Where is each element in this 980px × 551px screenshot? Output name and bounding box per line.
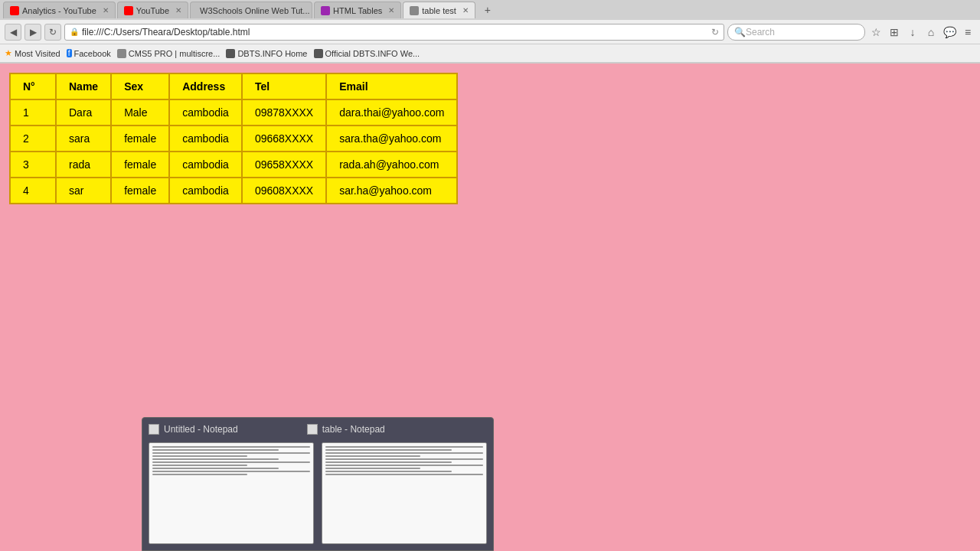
preview-content-untitled — [149, 443, 313, 543]
new-tab-button[interactable]: + — [480, 2, 495, 18]
download-manager-icon[interactable]: ⊞ — [887, 24, 902, 40]
preview-line — [325, 449, 452, 451]
tab-favicon — [321, 6, 330, 15]
bookmark-star-icon[interactable]: ☆ — [868, 24, 884, 40]
preview-thumb-table[interactable] — [322, 442, 487, 544]
preview-line — [325, 455, 420, 457]
notepad-icon-table — [307, 424, 318, 435]
tab-html-tables[interactable]: HTML Tables ✕ — [314, 2, 401, 18]
tab-favicon — [410, 6, 419, 15]
preview-line — [152, 471, 310, 472]
cell-sex: female — [111, 126, 169, 152]
back-button[interactable]: ◀ — [5, 24, 21, 41]
table-header-row: N° Name Sex Address Tel Email — [10, 73, 457, 99]
preview-line — [152, 465, 247, 466]
home-icon[interactable]: ⌂ — [923, 24, 939, 40]
cell-sex: Male — [111, 99, 169, 126]
bookmark-dbts-home[interactable]: DBTS.INFO Home — [226, 49, 307, 58]
page-content: N° Name Sex Address Tel Email 1DaraMalec… — [0, 64, 980, 370]
cell-no: 4 — [10, 178, 56, 204]
cell-email: sar.ha@yahoo.com — [326, 178, 457, 204]
tab-label: YouTube — [136, 6, 169, 15]
bookmark-dbts-official[interactable]: Official DBTS.INFO We... — [314, 49, 420, 58]
search-icon: 🔍 — [734, 27, 746, 37]
preview-line — [152, 458, 279, 460]
bookmark-cms5pro[interactable]: CMS5 PRO | multiscre... — [117, 49, 220, 58]
bookmark-label: Most Visited — [15, 49, 60, 58]
forward-button[interactable]: ▶ — [24, 24, 41, 41]
taskbar-preview-header: Untitled - Notepad table - Notepad — [149, 424, 487, 438]
cell-no: 2 — [10, 126, 56, 152]
address-bar[interactable]: 🔒 file:///C:/Users/Theara/Desktop/table.… — [64, 24, 724, 41]
cell-no: 3 — [10, 152, 56, 178]
preview-content-table — [322, 443, 486, 543]
preview-line — [152, 446, 310, 448]
taskbar-label-table: table - Notepad — [322, 424, 385, 435]
cell-name: Dara — [56, 99, 111, 126]
cell-tel: 09878XXXX — [242, 99, 326, 126]
preview-line — [325, 474, 483, 475]
bookmarks-bar: ★ Most Visited f Facebook CMS5 PRO | mul… — [0, 44, 980, 63]
tab-label: Analytics - YouTube — [22, 6, 96, 15]
bookmark-label: DBTS.INFO Home — [237, 49, 307, 58]
preview-thumbnails — [149, 442, 487, 544]
tab-favicon — [10, 6, 19, 15]
search-bar[interactable]: 🔍 Search — [727, 24, 865, 41]
menu-icon[interactable]: ≡ — [960, 24, 975, 40]
tab-close-icon[interactable]: ✕ — [462, 6, 469, 15]
bookmark-favicon — [117, 49, 126, 58]
preview-line — [152, 455, 247, 457]
preview-thumb-untitled[interactable] — [149, 442, 314, 544]
cell-address: cambodia — [169, 152, 242, 178]
preview-line — [325, 446, 483, 448]
tab-youtube[interactable]: YouTube ✕ — [117, 2, 188, 18]
tab-table-test[interactable]: table test ✕ — [403, 2, 475, 18]
secure-icon: 🔒 — [70, 28, 79, 36]
cell-email: sara.tha@yahoo.com — [326, 126, 457, 152]
address-text: file:///C:/Users/Theara/Desktop/table.ht… — [82, 27, 250, 37]
search-placeholder: Search — [746, 27, 775, 37]
preview-line — [325, 458, 483, 460]
download-icon[interactable]: ↓ — [905, 24, 920, 40]
cell-sex: female — [111, 178, 169, 204]
preview-line — [325, 452, 483, 454]
bookmark-most-visited[interactable]: ★ Most Visited — [5, 48, 60, 58]
bookmark-label: Official DBTS.INFO We... — [325, 49, 420, 58]
bookmark-label: CMS5 PRO | multiscre... — [129, 49, 220, 58]
taskbar-item-untitled[interactable]: Untitled - Notepad — [149, 424, 238, 435]
tab-analytics[interactable]: Analytics - YouTube ✕ — [3, 2, 116, 18]
cell-email: dara.thai@yahoo.com — [326, 99, 457, 126]
tab-close-icon[interactable]: ✕ — [103, 6, 109, 15]
refresh-button[interactable]: ↻ — [44, 24, 61, 41]
cell-tel: 09668XXXX — [242, 126, 326, 152]
header-tel: Tel — [242, 73, 326, 99]
header-address: Address — [169, 73, 242, 99]
tab-close-icon[interactable]: ✕ — [388, 6, 394, 15]
tab-close-icon[interactable]: ✕ — [175, 6, 181, 15]
cell-tel: 09608XXXX — [242, 178, 326, 204]
header-name: Name — [56, 73, 111, 99]
header-email: Email — [326, 73, 457, 99]
tab-label: table test — [422, 6, 456, 15]
tab-bar: Analytics - YouTube ✕ YouTube ✕ W3School… — [0, 0, 980, 20]
bookmark-facebook[interactable]: f Facebook — [67, 49, 111, 58]
cell-email: rada.ah@yahoo.com — [326, 152, 457, 178]
preview-line — [152, 461, 310, 463]
preview-lines-untitled — [152, 446, 310, 475]
bookmark-label: Facebook — [74, 49, 111, 58]
cell-tel: 09658XXXX — [242, 152, 326, 178]
table-row: 3radafemalecambodia09658XXXXrada.ah@yaho… — [10, 152, 457, 178]
notepad-icon-untitled — [149, 424, 159, 435]
bookmark-icon: f — [67, 49, 72, 57]
preview-line — [152, 449, 279, 451]
chat-icon[interactable]: 💬 — [942, 24, 957, 40]
tab-w3schools[interactable]: W3Schools Online Web Tut... ✕ — [190, 2, 312, 18]
bookmark-favicon — [314, 49, 323, 58]
cell-no: 1 — [10, 99, 56, 126]
preview-line — [152, 468, 279, 469]
taskbar-item-table[interactable]: table - Notepad — [307, 424, 385, 435]
contact-table: N° Name Sex Address Tel Email 1DaraMalec… — [9, 73, 458, 204]
header-sex: Sex — [111, 73, 169, 99]
preview-line — [325, 465, 483, 466]
table-row: 1DaraMalecambodia09878XXXXdara.thai@yaho… — [10, 99, 457, 126]
